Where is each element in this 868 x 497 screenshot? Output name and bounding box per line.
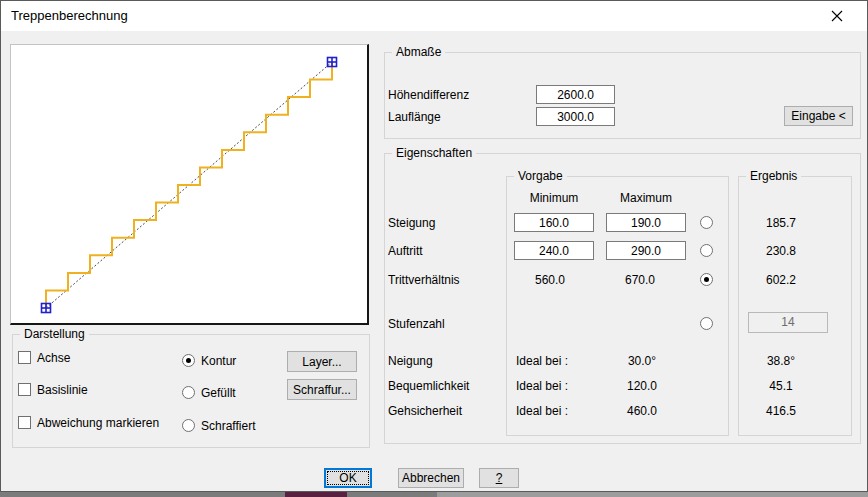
neigung-ideal-value: 30.0°	[602, 354, 682, 368]
stufenzahl-label: Stufenzahl	[388, 317, 445, 331]
lauflaenge-input[interactable]	[536, 107, 615, 126]
basislinie-checkbox-label: Basislinie	[37, 383, 88, 397]
steigung-label: Steigung	[388, 216, 435, 230]
eingabe-button[interactable]: Eingabe <	[784, 106, 853, 126]
background-accent-segment	[285, 492, 347, 497]
ergebnis-group-label: Ergebnis	[746, 169, 801, 183]
dialog-title: Treppenberechnung	[11, 1, 128, 31]
gefuellt-radio-label: Gefüllt	[201, 386, 236, 400]
stair-drawing	[11, 45, 366, 322]
kontur-radio[interactable]	[182, 354, 195, 367]
auftritt-min-input[interactable]	[514, 241, 594, 260]
stair-preview-canvas	[10, 44, 369, 325]
lauflaenge-label: Lauflänge	[388, 110, 441, 124]
steigung-max-input[interactable]	[606, 213, 686, 232]
bequemlichkeit-label: Bequemlichkeit	[388, 379, 469, 393]
minimum-column-header: Minimum	[514, 191, 594, 205]
bequemlichkeit-result: 45.1	[741, 379, 821, 393]
vorgabe-group-label: Vorgabe	[514, 169, 567, 183]
bequemlichkeit-ideal-label: Ideal bei :	[516, 379, 568, 393]
kontur-radio-label: Kontur	[201, 354, 236, 368]
basislinie-checkbox[interactable]	[18, 383, 31, 396]
auftritt-max-input[interactable]	[606, 241, 686, 260]
neigung-ideal-label: Ideal bei :	[516, 354, 568, 368]
layer-button[interactable]: Layer...	[287, 351, 357, 372]
schraffiert-radio[interactable]	[182, 419, 195, 432]
eigenschaften-group-label: Eigenschaften	[392, 146, 476, 160]
screen: Treppenberechnung	[0, 0, 868, 497]
treppenberechnung-dialog: Treppenberechnung	[0, 0, 868, 492]
gehsicherheit-result: 416.5	[741, 404, 821, 418]
abweichung-markieren-checkbox-label: Abweichung markieren	[37, 416, 159, 430]
gehsicherheit-ideal-label: Ideal bei :	[516, 404, 568, 418]
help-button[interactable]: ?	[479, 468, 519, 488]
gehsicherheit-ideal-value: 460.0	[602, 404, 682, 418]
trittverhaeltnis-result: 602.2	[741, 273, 821, 287]
hoehendifferenz-label: Höhendifferenz	[388, 88, 469, 102]
cancel-button[interactable]: Abbrechen	[398, 468, 464, 488]
darstellung-group-label: Darstellung	[20, 327, 89, 341]
auftritt-result: 230.8	[741, 244, 821, 258]
gehsicherheit-label: Gehsicherheit	[388, 404, 462, 418]
steigung-result: 185.7	[741, 216, 821, 230]
stufenzahl-radio[interactable]	[700, 317, 713, 330]
gefuellt-radio[interactable]	[182, 386, 195, 399]
trittverhaeltnis-min-value: 560.0	[510, 273, 590, 287]
background-light-segment	[437, 492, 868, 497]
neigung-label: Neigung	[388, 354, 433, 368]
achse-checkbox-label: Achse	[37, 351, 70, 365]
abweichung-markieren-checkbox[interactable]	[18, 416, 31, 429]
schraffur-button[interactable]: Schraffur...	[287, 379, 357, 400]
achse-checkbox[interactable]	[18, 351, 31, 364]
ergebnis-group	[738, 176, 852, 436]
title-bar: Treppenberechnung	[1, 1, 867, 31]
steigung-min-input[interactable]	[514, 213, 594, 232]
stufenzahl-result-box: 14	[748, 312, 828, 333]
abmasse-group-label: Abmaße	[392, 45, 445, 59]
bequemlichkeit-ideal-value: 120.0	[602, 379, 682, 393]
neigung-result: 38.8°	[741, 354, 821, 368]
hoehendifferenz-input[interactable]	[536, 85, 615, 104]
auftritt-label: Auftritt	[388, 244, 423, 258]
schraffiert-radio-label: Schraffiert	[201, 419, 255, 433]
trittverhaeltnis-max-value: 670.0	[600, 273, 680, 287]
maximum-column-header: Maximum	[606, 191, 686, 205]
trittverhaeltnis-radio[interactable]	[700, 273, 713, 286]
close-icon	[831, 10, 843, 22]
background-window-sliver	[0, 492, 868, 497]
close-button[interactable]	[814, 1, 859, 30]
auftritt-radio[interactable]	[700, 244, 713, 257]
steigung-radio[interactable]	[700, 216, 713, 229]
ok-button[interactable]: OK	[324, 468, 372, 488]
trittverhaeltnis-label: Trittverhältnis	[388, 273, 460, 287]
